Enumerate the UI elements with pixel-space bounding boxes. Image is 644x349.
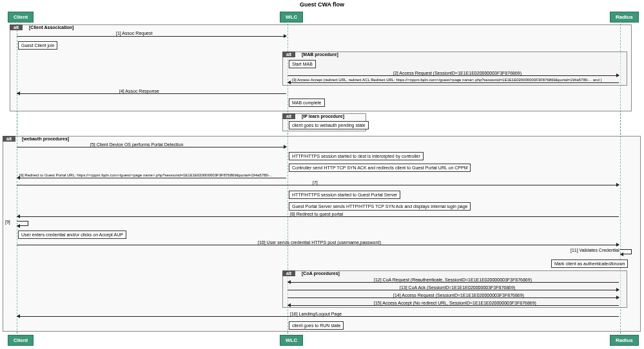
note-start-mab: Start MAB — [289, 60, 316, 68]
alt-label-3: alt — [282, 113, 295, 119]
msg-4-arrow — [17, 91, 20, 95]
msg-4-line — [17, 93, 286, 94]
msg-7-label: [7] — [313, 180, 318, 185]
msg-1-label: [1] Assoc Request — [116, 31, 152, 35]
msg-14-arrow — [616, 296, 620, 299]
alt-title-3: [IP learn procedure] — [302, 114, 344, 118]
note-mark-auth: Mark client as authenticated/known — [551, 259, 628, 268]
msg-3-arrow — [288, 80, 291, 84]
msg-3-label: [3] Access Accept (redirect URL, redirec… — [292, 78, 601, 82]
msg-3-line — [288, 82, 619, 83]
msg-13-line — [288, 290, 619, 290]
msg-14-label: [14] Access Request (SessionID=1E1E1E020… — [393, 293, 524, 297]
msg-8-line — [17, 216, 619, 217]
msg-1-arrow — [284, 34, 287, 38]
participant-client-bot: Client — [8, 335, 34, 346]
participant-client-top: Client — [8, 12, 34, 23]
note-redirect-cppm: Controller send HTTP TCP SYN ACK and red… — [289, 164, 471, 172]
participant-wlc-bot: WLC — [280, 335, 303, 346]
msg-13-arrow — [616, 288, 620, 292]
msg-9-arrow — [17, 224, 20, 228]
msg-16-line — [17, 316, 619, 317]
msg-10-line — [17, 245, 619, 245]
msg-5-label: [5] Client Device OS performs Portal Det… — [90, 142, 183, 147]
msg-9-label: [9] — [5, 220, 10, 224]
msg-2-arrow — [616, 73, 620, 77]
msg-10-arrow — [616, 243, 620, 247]
msg-16-arrow — [17, 314, 20, 318]
msg-15-label: [15] Access Accept (No redirect URL, Ses… — [374, 301, 536, 305]
note-mab-complete: MAB complete — [289, 99, 325, 107]
msg-8-arrow — [17, 214, 20, 218]
note-guest-join: Guest Client join — [18, 41, 57, 50]
msg-7-line — [17, 185, 619, 185]
msg-11-arrow — [620, 252, 623, 256]
diagram-title: Guest CWA flow — [0, 0, 644, 9]
note-run-state: client goes to RUN state — [289, 321, 344, 330]
note-user-enters: User enters credential and/or clicks on … — [18, 231, 126, 239]
alt-label-2: alt — [282, 52, 295, 57]
msg-15-arrow — [288, 303, 291, 307]
participant-radius-bot: Radius — [610, 335, 639, 346]
msg-6-line — [17, 178, 286, 178]
msg-6-label: [6] Redirect to Guest Portal URL: https:… — [19, 173, 273, 177]
msg-10-label: [10] User sends credential HTTPS post (u… — [258, 240, 381, 245]
alt-label-4: alt — [3, 136, 15, 142]
msg-5-line — [17, 147, 286, 147]
msg-7-arrow — [616, 183, 620, 187]
msg-1-line — [17, 36, 286, 37]
msg-12-line — [288, 282, 619, 283]
alt-title-5: [CoA procedures] — [302, 271, 340, 276]
msg-2-line — [288, 75, 619, 76]
note-session-portal: HTTP/HTTPS session started to Guest Port… — [289, 191, 400, 199]
note-login-page: Guest Portal Server sends HTTP/HTTPS TCP… — [289, 202, 471, 211]
msg-12-arrow — [288, 280, 291, 284]
alt-label-1: alt — [10, 24, 23, 30]
msg-14-line — [288, 297, 619, 298]
msg-2-label: [2] Access Request (SessionID=1E1E1E0200… — [393, 71, 522, 75]
alt-label-5: alt — [282, 270, 295, 276]
alt-title-2: [MAB procedure] — [302, 52, 338, 57]
msg-13-label: [13] CoA Ack (SessionID=1E1E1E020000003F… — [400, 285, 515, 290]
note-intercept: HTTP/HTTPS session started to dest is in… — [289, 152, 424, 160]
participant-radius-top: Radius — [610, 12, 639, 23]
msg-8-label: [8] Redirect to guest portal — [290, 212, 343, 216]
alt-title-4: [webauth procedures] — [22, 137, 69, 141]
participant-wlc-top: WLC — [280, 12, 303, 23]
msg-16-label: [16] Landing/Logout Page — [290, 312, 342, 316]
note-webauth-pending: client goes to webauth pending state — [289, 121, 369, 129]
alt-title-1: [Client Assocication] — [29, 25, 73, 30]
msg-5-arrow — [284, 145, 287, 149]
msg-12-label: [12] CoA Request (Reauthenticate, Sessio… — [374, 278, 532, 282]
msg-15-line — [288, 305, 619, 306]
msg-4-label: [4] Assoc Response — [119, 89, 159, 93]
msg-11-label: [11] Validates Credential — [571, 248, 620, 252]
